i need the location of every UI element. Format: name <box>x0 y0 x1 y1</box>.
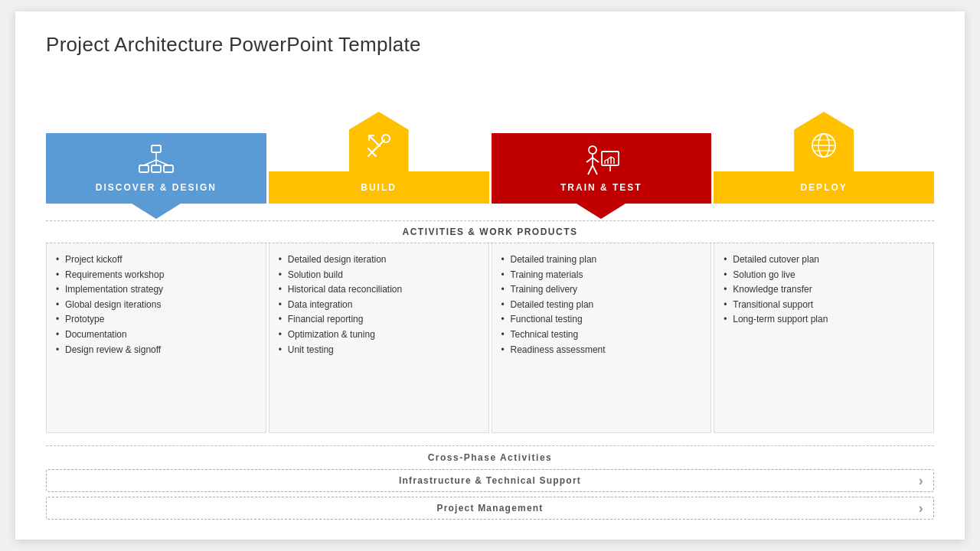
svg-rect-1 <box>139 165 149 172</box>
discover-arrow <box>132 204 181 219</box>
svg-line-20 <box>593 165 597 174</box>
deploy-label: Deploy <box>800 182 847 193</box>
list-item: Requirements workshop <box>56 268 260 282</box>
globe-icon <box>808 130 839 161</box>
activities-header-text: Activities & Work Products <box>402 227 577 237</box>
svg-line-7 <box>156 160 168 165</box>
list-item: Transitional support <box>724 298 927 312</box>
list-item: Detailed cutover plan <box>724 253 927 267</box>
project-management-bar: Project Management <box>46 497 934 520</box>
build-content: Detailed design iteration Solution build… <box>269 243 489 433</box>
list-item: Training delivery <box>501 282 705 297</box>
train-banner: Train & Test <box>492 133 712 204</box>
train-icon-space <box>492 70 712 133</box>
presenter-icon <box>580 144 622 178</box>
list-item: Knowledge transfer <box>724 282 927 297</box>
list-item: Detailed training plan <box>501 253 705 267</box>
list-item: Solution build <box>279 268 482 282</box>
tools-icon <box>363 129 395 161</box>
svg-rect-2 <box>152 165 161 172</box>
svg-line-17 <box>586 158 593 162</box>
phase-deploy: Deploy <box>714 109 934 204</box>
list-item: Readiness assessment <box>501 343 705 357</box>
svg-line-5 <box>144 160 156 165</box>
deploy-content: Detailed cutover plan Solution go live K… <box>714 243 934 433</box>
list-item: Training materials <box>501 268 705 282</box>
slide: Project Architecture PowerPoint Template <box>15 11 965 540</box>
svg-line-10 <box>371 137 380 146</box>
cross-phase-label: Cross-Phase Activities <box>46 445 934 463</box>
phase-discover: Discover & Design <box>46 70 266 204</box>
list-item: Technical testing <box>501 328 705 342</box>
list-item: Optimization & tuning <box>279 328 482 342</box>
phases-row: Discover & Design <box>46 70 934 204</box>
list-item: Financial reporting <box>279 312 482 327</box>
deploy-banner: Deploy <box>714 171 934 204</box>
list-item: Functional testing <box>501 312 705 327</box>
build-banner: Build <box>269 171 489 204</box>
deploy-icon-space <box>714 109 934 171</box>
cross-phase-section: Cross-Phase Activities Infrastructure & … <box>46 445 934 524</box>
list-item: Solution go live <box>724 268 927 282</box>
list-item: Prototype <box>56 312 260 327</box>
phase-build: Build <box>269 109 489 204</box>
svg-line-18 <box>593 158 599 162</box>
svg-point-9 <box>382 135 390 142</box>
svg-point-15 <box>589 146 596 154</box>
list-item: Detailed testing plan <box>501 298 705 312</box>
svg-rect-3 <box>164 165 173 172</box>
activities-header-row: Activities & Work Products <box>46 220 934 243</box>
discover-label: Discover & Design <box>96 182 217 193</box>
infrastructure-bar: Infrastructure & Technical Support <box>46 469 934 492</box>
discover-icon-space <box>46 70 266 133</box>
svg-rect-0 <box>152 145 161 152</box>
list-item: Unit testing <box>279 343 482 357</box>
content-row: Project kickoff Requirements workshop Im… <box>46 243 934 433</box>
list-item: Design review & signoff <box>56 343 260 357</box>
slide-title: Project Architecture PowerPoint Template <box>46 33 934 57</box>
list-item: Data integration <box>279 298 482 312</box>
svg-line-19 <box>588 165 593 174</box>
list-item: Project kickoff <box>56 253 260 267</box>
build-label: Build <box>361 182 397 193</box>
list-item: Global design iterations <box>56 298 260 312</box>
build-icon-space <box>269 109 489 171</box>
phase-train: Train & Test <box>492 70 712 204</box>
list-item: Documentation <box>56 328 260 342</box>
train-label: Train & Test <box>560 182 642 193</box>
network-icon <box>138 144 175 178</box>
list-item: Long-term support plan <box>724 312 927 327</box>
list-item: Detailed design iteration <box>279 253 482 267</box>
discover-banner: Discover & Design <box>46 133 266 204</box>
train-content: Detailed training plan Training material… <box>492 243 712 433</box>
list-item: Historical data reconciliation <box>279 282 482 297</box>
train-arrow <box>577 204 626 219</box>
discover-content: Project kickoff Requirements workshop Im… <box>46 243 266 433</box>
list-item: Implementation strategy <box>56 282 260 297</box>
